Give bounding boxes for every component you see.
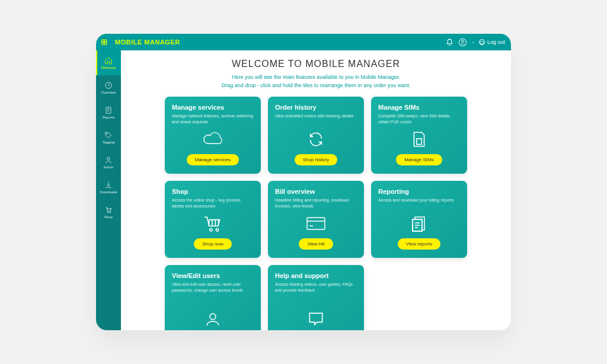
- tile-title: Shop: [172, 188, 189, 195]
- sidebar-item-label: Shop: [104, 215, 113, 219]
- tile-manage-services[interactable]: Manage services Manage network features,…: [165, 97, 261, 174]
- tile-desc: Complete SIM swaps, view SIM details, ob…: [378, 113, 460, 125]
- user-icon: [104, 156, 113, 164]
- tile-grid: Manage services Manage network features,…: [134, 97, 498, 330]
- topbar: MOBILE MANAGER Log out: [96, 34, 511, 50]
- refresh-icon: [308, 130, 324, 148]
- download-icon: [104, 181, 113, 189]
- tile-title: Bill overview: [275, 188, 315, 195]
- tag-icon: [104, 131, 113, 139]
- cloud-icon: [202, 130, 223, 148]
- tile-title: Manage SIMs: [378, 104, 420, 111]
- tile-button[interactable]: View reports: [398, 238, 440, 250]
- sidebar-item-label: Tagging: [102, 141, 114, 144]
- tile-desc: Headline billing and reporting, download…: [275, 197, 357, 209]
- tile-desc: View and edit user access, reset user pa…: [172, 282, 254, 293]
- page-subtitle-1: Here you will see the main features avai…: [134, 74, 498, 80]
- sidebar-item-welcome[interactable]: Welcome: [96, 50, 121, 75]
- sidebar-item-reports[interactable]: Reports: [96, 100, 121, 125]
- svg-rect-16: [307, 218, 325, 229]
- brand-logo: [101, 39, 110, 46]
- sidebar: Welcome Overview Reports Tagging Admin: [96, 50, 121, 330]
- svg-point-17: [210, 314, 216, 320]
- help-icon: [307, 310, 325, 328]
- svg-point-15: [216, 229, 218, 231]
- tile-desc: Access training videos, user guides, FAQ…: [275, 282, 357, 293]
- svg-point-9: [106, 133, 107, 134]
- tile-help-support[interactable]: Help and support Access training videos,…: [268, 265, 364, 330]
- tile-shop[interactable]: Shop Access the online shop - buy phones…: [165, 181, 261, 258]
- main-content: WELCOME TO MOBILE MANAGER Here you will …: [121, 50, 511, 330]
- tile-button[interactable]: Shop history: [295, 154, 337, 165]
- sidebar-item-shop[interactable]: Shop: [96, 200, 121, 225]
- report-icon: [104, 106, 113, 114]
- svg-rect-13: [417, 139, 422, 145]
- sidebar-item-admin[interactable]: Admin: [96, 150, 121, 175]
- bell-icon[interactable]: [445, 37, 455, 47]
- sidebar-item-label: Admin: [103, 165, 113, 169]
- tile-desc: View submitted orders with tracking deta…: [275, 113, 353, 119]
- tile-order-history[interactable]: Order history View submitted orders with…: [268, 97, 364, 174]
- tile-title: Manage services: [172, 104, 224, 111]
- tile-reporting[interactable]: Reporting Access and download your billi…: [371, 181, 467, 258]
- sidebar-item-tagging[interactable]: Tagging: [96, 125, 121, 150]
- sidebar-item-overview[interactable]: Overview: [96, 75, 121, 100]
- tile-desc: Access the online shop - buy phones, tab…: [172, 197, 254, 209]
- svg-point-14: [210, 229, 212, 231]
- svg-point-3: [104, 42, 107, 44]
- tile-button[interactable]: View bill: [299, 238, 333, 250]
- tile-button[interactable]: Manage services: [187, 154, 239, 165]
- tile-desc: Access and download your billing reports: [378, 197, 453, 203]
- page-subtitle-2: Drag and drop - click and hold the tiles…: [134, 82, 498, 88]
- clock-icon: [104, 81, 113, 90]
- reports-icon: [410, 215, 428, 232]
- svg-point-0: [101, 40, 104, 42]
- app-title: MOBILE MANAGER: [115, 39, 180, 46]
- chevron-down-icon[interactable]: [471, 37, 475, 47]
- card-icon: [306, 215, 326, 232]
- svg-point-5: [462, 40, 464, 42]
- sidebar-item-label: Overview: [101, 91, 116, 94]
- profile-icon[interactable]: [458, 37, 468, 47]
- tile-desc: Manage network features, number switchin…: [172, 113, 254, 125]
- tile-title: Reporting: [378, 188, 409, 195]
- cart-large-icon: [203, 215, 223, 232]
- sidebar-item-label: Reports: [102, 116, 114, 119]
- sidebar-item-label: Downloads: [100, 190, 117, 194]
- sidebar-item-label: Welcome: [101, 66, 116, 69]
- tile-title: Help and support: [275, 272, 328, 279]
- tile-bill-overview[interactable]: Bill overview Headline billing and repor…: [268, 181, 364, 258]
- device-frame: MOBILE MANAGER Log out: [96, 34, 511, 330]
- sidebar-item-downloads[interactable]: Downloads: [96, 175, 121, 200]
- page-title: WELCOME TO MOBILE MANAGER: [134, 59, 498, 69]
- logout-button[interactable]: Log out: [478, 39, 505, 46]
- tile-title: View/Edit users: [172, 272, 220, 279]
- users-icon: [204, 310, 222, 328]
- tile-button[interactable]: Shop now: [194, 238, 232, 250]
- power-icon: [478, 39, 485, 46]
- svg-point-11: [107, 212, 108, 213]
- svg-point-10: [107, 157, 110, 160]
- svg-point-2: [101, 42, 104, 44]
- home-icon: [104, 56, 113, 65]
- cart-icon: [104, 206, 113, 214]
- svg-point-1: [104, 40, 107, 42]
- tile-button[interactable]: Manage SIMs: [396, 154, 442, 165]
- tile-title: Order history: [275, 104, 317, 111]
- sim-icon: [412, 130, 426, 148]
- logout-label: Log out: [487, 39, 505, 45]
- tile-manage-sims[interactable]: Manage SIMs Complete SIM swaps, view SIM…: [371, 97, 467, 174]
- svg-point-12: [110, 212, 111, 213]
- tile-view-edit-users[interactable]: View/Edit users View and edit user acces…: [165, 265, 261, 330]
